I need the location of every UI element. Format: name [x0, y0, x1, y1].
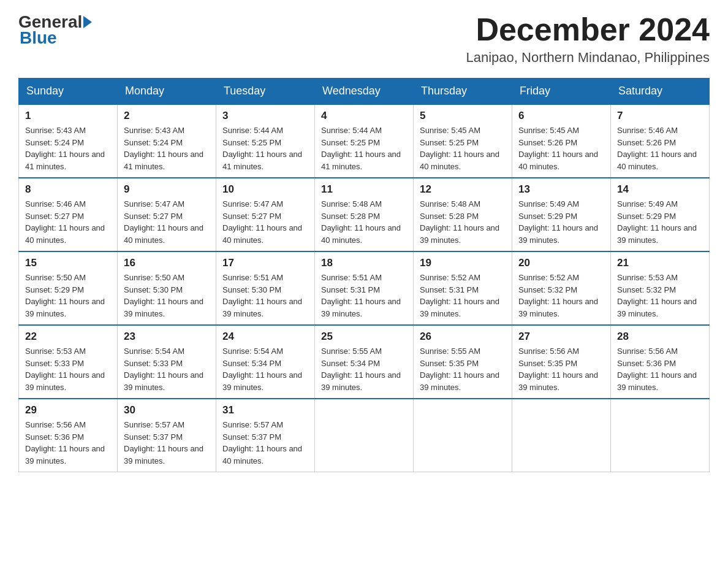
calendar-cell: 18Sunrise: 5:51 AMSunset: 5:31 PMDayligh…	[315, 251, 414, 325]
day-info: Sunrise: 5:56 AMSunset: 5:36 PMDaylight:…	[25, 419, 111, 467]
day-number: 4	[321, 110, 407, 122]
day-number: 14	[617, 183, 703, 196]
calendar-cell: 27Sunrise: 5:56 AMSunset: 5:35 PMDayligh…	[512, 325, 611, 399]
calendar-cell: 17Sunrise: 5:51 AMSunset: 5:30 PMDayligh…	[216, 251, 315, 325]
calendar-cell: 12Sunrise: 5:48 AMSunset: 5:28 PMDayligh…	[414, 178, 512, 251]
calendar-header-row: SundayMondayTuesdayWednesdayThursdayFrid…	[19, 79, 710, 105]
day-info: Sunrise: 5:55 AMSunset: 5:35 PMDaylight:…	[420, 345, 506, 393]
day-number: 11	[321, 183, 407, 196]
day-info: Sunrise: 5:52 AMSunset: 5:31 PMDaylight:…	[420, 272, 506, 320]
day-info: Sunrise: 5:56 AMSunset: 5:36 PMDaylight:…	[617, 345, 703, 393]
calendar-cell: 3Sunrise: 5:44 AMSunset: 5:25 PMDaylight…	[216, 104, 315, 178]
column-header-monday: Monday	[118, 79, 216, 105]
day-info: Sunrise: 5:55 AMSunset: 5:34 PMDaylight:…	[321, 345, 407, 393]
day-number: 5	[420, 110, 506, 122]
day-info: Sunrise: 5:48 AMSunset: 5:28 PMDaylight:…	[420, 198, 506, 246]
day-number: 3	[222, 110, 308, 122]
logo: General Blue	[18, 12, 93, 48]
calendar-cell: 20Sunrise: 5:52 AMSunset: 5:32 PMDayligh…	[512, 251, 611, 325]
calendar-cell: 6Sunrise: 5:45 AMSunset: 5:26 PMDaylight…	[512, 104, 611, 178]
day-number: 31	[222, 404, 308, 416]
day-number: 18	[321, 257, 407, 269]
day-info: Sunrise: 5:49 AMSunset: 5:29 PMDaylight:…	[617, 198, 703, 246]
calendar-cell: 26Sunrise: 5:55 AMSunset: 5:35 PMDayligh…	[414, 325, 512, 399]
day-info: Sunrise: 5:43 AMSunset: 5:24 PMDaylight:…	[124, 124, 210, 172]
calendar-cell: 25Sunrise: 5:55 AMSunset: 5:34 PMDayligh…	[315, 325, 414, 399]
day-number: 27	[518, 331, 604, 343]
calendar-cell: 10Sunrise: 5:47 AMSunset: 5:27 PMDayligh…	[216, 178, 315, 251]
column-header-sunday: Sunday	[19, 79, 118, 105]
day-number: 9	[124, 183, 210, 196]
calendar-cell: 14Sunrise: 5:49 AMSunset: 5:29 PMDayligh…	[611, 178, 710, 251]
day-number: 21	[617, 257, 703, 269]
column-header-saturday: Saturday	[611, 79, 710, 105]
day-number: 29	[25, 404, 111, 416]
calendar-week-row: 1Sunrise: 5:43 AMSunset: 5:24 PMDaylight…	[19, 104, 710, 178]
day-number: 6	[518, 110, 604, 122]
calendar-cell	[414, 399, 512, 472]
day-number: 2	[124, 110, 210, 122]
calendar-cell: 31Sunrise: 5:57 AMSunset: 5:37 PMDayligh…	[216, 399, 315, 472]
page-header: General Blue December 2024 Lanipao, Nort…	[18, 12, 710, 66]
calendar-cell: 9Sunrise: 5:47 AMSunset: 5:27 PMDaylight…	[118, 178, 216, 251]
calendar-week-row: 29Sunrise: 5:56 AMSunset: 5:36 PMDayligh…	[19, 399, 710, 472]
day-info: Sunrise: 5:46 AMSunset: 5:26 PMDaylight:…	[617, 124, 703, 172]
day-number: 26	[420, 331, 506, 343]
day-number: 7	[617, 110, 703, 122]
day-info: Sunrise: 5:45 AMSunset: 5:26 PMDaylight:…	[518, 124, 604, 172]
calendar-cell: 22Sunrise: 5:53 AMSunset: 5:33 PMDayligh…	[19, 325, 118, 399]
calendar-cell: 5Sunrise: 5:45 AMSunset: 5:25 PMDaylight…	[414, 104, 512, 178]
calendar-cell: 19Sunrise: 5:52 AMSunset: 5:31 PMDayligh…	[414, 251, 512, 325]
calendar-cell: 24Sunrise: 5:54 AMSunset: 5:34 PMDayligh…	[216, 325, 315, 399]
day-number: 8	[25, 183, 111, 196]
day-info: Sunrise: 5:51 AMSunset: 5:31 PMDaylight:…	[321, 272, 407, 320]
day-info: Sunrise: 5:48 AMSunset: 5:28 PMDaylight:…	[321, 198, 407, 246]
title-section: December 2024 Lanipao, Northern Mindanao…	[466, 12, 710, 66]
day-number: 13	[518, 183, 604, 196]
day-info: Sunrise: 5:43 AMSunset: 5:24 PMDaylight:…	[25, 124, 111, 172]
day-number: 23	[124, 331, 210, 343]
calendar-cell: 16Sunrise: 5:50 AMSunset: 5:30 PMDayligh…	[118, 251, 216, 325]
day-info: Sunrise: 5:50 AMSunset: 5:29 PMDaylight:…	[25, 272, 111, 320]
calendar-cell: 15Sunrise: 5:50 AMSunset: 5:29 PMDayligh…	[19, 251, 118, 325]
day-number: 12	[420, 183, 506, 196]
day-number: 19	[420, 257, 506, 269]
calendar-table: SundayMondayTuesdayWednesdayThursdayFrid…	[18, 78, 710, 472]
day-number: 28	[617, 331, 703, 343]
day-info: Sunrise: 5:45 AMSunset: 5:25 PMDaylight:…	[420, 124, 506, 172]
calendar-cell: 13Sunrise: 5:49 AMSunset: 5:29 PMDayligh…	[512, 178, 611, 251]
calendar-week-row: 22Sunrise: 5:53 AMSunset: 5:33 PMDayligh…	[19, 325, 710, 399]
calendar-cell: 11Sunrise: 5:48 AMSunset: 5:28 PMDayligh…	[315, 178, 414, 251]
day-info: Sunrise: 5:50 AMSunset: 5:30 PMDaylight:…	[124, 272, 210, 320]
day-number: 20	[518, 257, 604, 269]
day-info: Sunrise: 5:54 AMSunset: 5:34 PMDaylight:…	[222, 345, 308, 393]
calendar-cell: 2Sunrise: 5:43 AMSunset: 5:24 PMDaylight…	[118, 104, 216, 178]
day-number: 10	[222, 183, 308, 196]
day-info: Sunrise: 5:54 AMSunset: 5:33 PMDaylight:…	[124, 345, 210, 393]
day-info: Sunrise: 5:57 AMSunset: 5:37 PMDaylight:…	[222, 419, 308, 467]
day-number: 22	[25, 331, 111, 343]
calendar-cell: 7Sunrise: 5:46 AMSunset: 5:26 PMDaylight…	[611, 104, 710, 178]
day-info: Sunrise: 5:51 AMSunset: 5:30 PMDaylight:…	[222, 272, 308, 320]
day-number: 24	[222, 331, 308, 343]
calendar-cell: 1Sunrise: 5:43 AMSunset: 5:24 PMDaylight…	[19, 104, 118, 178]
day-info: Sunrise: 5:49 AMSunset: 5:29 PMDaylight:…	[518, 198, 604, 246]
column-header-wednesday: Wednesday	[315, 79, 414, 105]
day-number: 16	[124, 257, 210, 269]
calendar-cell: 30Sunrise: 5:57 AMSunset: 5:37 PMDayligh…	[118, 399, 216, 472]
day-info: Sunrise: 5:56 AMSunset: 5:35 PMDaylight:…	[518, 345, 604, 393]
day-info: Sunrise: 5:46 AMSunset: 5:27 PMDaylight:…	[25, 198, 111, 246]
day-number: 30	[124, 404, 210, 416]
logo-arrow-icon	[83, 16, 92, 28]
day-info: Sunrise: 5:53 AMSunset: 5:33 PMDaylight:…	[25, 345, 111, 393]
calendar-cell: 4Sunrise: 5:44 AMSunset: 5:25 PMDaylight…	[315, 104, 414, 178]
calendar-week-row: 8Sunrise: 5:46 AMSunset: 5:27 PMDaylight…	[19, 178, 710, 251]
calendar-cell: 29Sunrise: 5:56 AMSunset: 5:36 PMDayligh…	[19, 399, 118, 472]
calendar-week-row: 15Sunrise: 5:50 AMSunset: 5:29 PMDayligh…	[19, 251, 710, 325]
day-info: Sunrise: 5:44 AMSunset: 5:25 PMDaylight:…	[222, 124, 308, 172]
column-header-thursday: Thursday	[414, 79, 512, 105]
logo-blue-text: Blue	[20, 28, 57, 47]
calendar-cell: 8Sunrise: 5:46 AMSunset: 5:27 PMDaylight…	[19, 178, 118, 251]
month-year-title: December 2024	[466, 12, 710, 47]
day-info: Sunrise: 5:52 AMSunset: 5:32 PMDaylight:…	[518, 272, 604, 320]
